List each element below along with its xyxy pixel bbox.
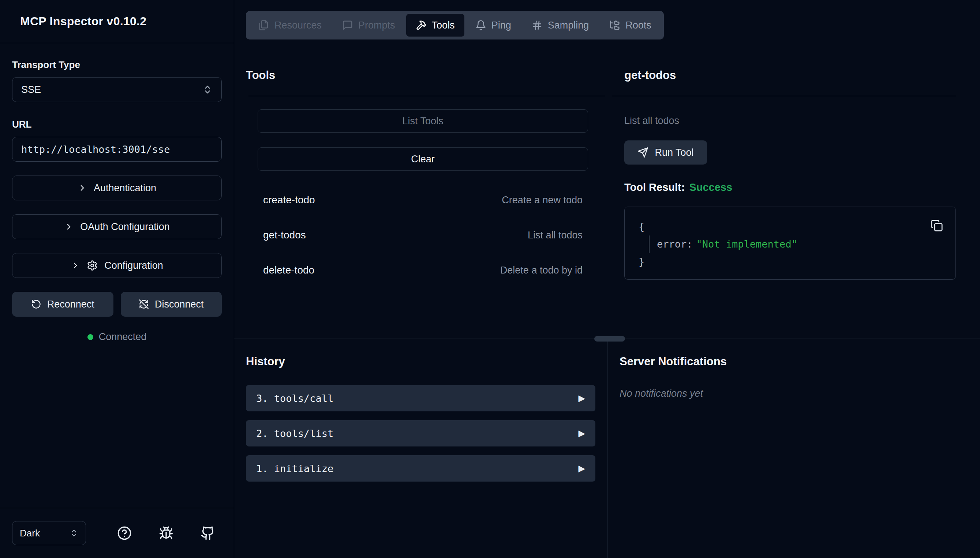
tab-tools[interactable]: Tools (406, 14, 464, 36)
hammer-icon (416, 20, 427, 31)
tool-result-code-block: { error: "Not implemented" } (624, 207, 956, 280)
caret-right-icon: ▶ (579, 428, 585, 438)
history-row-tools-list[interactable]: 2. tools/list ▶ (246, 420, 595, 446)
status-dot (87, 334, 93, 340)
tab-label: Tools (432, 20, 455, 31)
caret-right-icon: ▶ (579, 393, 585, 403)
chevron-right-icon (64, 222, 74, 231)
tab-prompts[interactable]: Prompts (333, 14, 405, 36)
history-heading: History (246, 355, 595, 368)
tab-bar: Resources Prompts Tools (246, 11, 664, 39)
message-square-icon (342, 20, 353, 31)
tab-roots[interactable]: Roots (600, 14, 661, 36)
tab-label: Ping (492, 20, 511, 31)
sidebar-body: Transport Type SSE URL http://localhost:… (0, 43, 234, 508)
list-tools-button[interactable]: List Tools (258, 109, 588, 133)
tool-result-label: Tool Result: (624, 181, 685, 193)
copy-button[interactable] (931, 219, 943, 232)
configuration-button[interactable]: Configuration (12, 253, 222, 278)
tab-ping[interactable]: Ping (466, 14, 521, 36)
bottom-panels: History 3. tools/call ▶ 2. tools/list ▶ … (234, 339, 980, 558)
mcp-inspector-app: MCP Inspector v0.10.2 Transport Type SSE… (0, 0, 980, 558)
chevrons-up-down-icon (69, 529, 78, 538)
tab-sampling[interactable]: Sampling (522, 14, 599, 36)
tab-label: Sampling (548, 20, 589, 31)
folder-tree-icon (609, 20, 620, 31)
server-notifications-panel: Server Notifications No notifications ye… (607, 339, 980, 558)
tools-list-panel: Tools List Tools Clear create-todo Creat… (234, 39, 607, 339)
tool-name: delete-todo (263, 264, 314, 276)
code-line-error: error: "Not implemented" (639, 235, 955, 253)
tool-result-status: Success (689, 181, 732, 193)
rotate-ccw-icon (31, 299, 41, 309)
caret-right-icon: ▶ (579, 463, 585, 474)
configuration-label: Configuration (104, 260, 163, 271)
code-line-close: } (639, 253, 955, 271)
tool-result-line: Tool Result:Success (624, 181, 956, 194)
reconnect-label: Reconnect (47, 299, 94, 310)
transport-type-select[interactable]: SSE (12, 77, 222, 102)
bell-icon (475, 20, 486, 31)
report-bug-button[interactable] (159, 526, 173, 540)
detail-divider (612, 96, 956, 96)
no-notifications-text: No notifications yet (620, 388, 980, 399)
tool-name: get-todos (263, 229, 306, 241)
send-icon (638, 147, 648, 158)
gear-icon (87, 260, 98, 271)
status-text: Connected (99, 331, 147, 343)
tool-row-get-todos[interactable]: get-todos List all todos (258, 218, 588, 253)
transport-type-value: SSE (21, 84, 41, 95)
code-close-brace: } (639, 253, 645, 271)
tool-row-create-todo[interactable]: create-todo Create a new todo (258, 182, 588, 218)
chevron-right-icon (71, 261, 80, 270)
tools-inner: List Tools Clear create-todo Create a ne… (246, 109, 589, 288)
reconnect-button[interactable]: Reconnect (12, 292, 113, 317)
files-icon (258, 20, 269, 31)
refresh-off-icon (139, 299, 149, 309)
connection-buttons: Reconnect Disconnect (12, 292, 222, 317)
history-entry-label: 1. initialize (256, 463, 333, 474)
clear-button[interactable]: Clear (258, 148, 588, 171)
github-button[interactable] (201, 526, 215, 540)
hash-icon (532, 20, 543, 31)
url-input[interactable]: http://localhost:3001/sse (12, 137, 222, 162)
tool-name: create-todo (263, 194, 315, 206)
code-line-open: { (639, 218, 955, 235)
tab-resources[interactable]: Resources (249, 14, 331, 36)
tool-description: Create a new todo (502, 195, 582, 206)
help-circle-icon (117, 526, 132, 540)
oauth-configuration-button[interactable]: OAuth Configuration (12, 214, 222, 239)
tool-row-delete-todo[interactable]: delete-todo Delete a todo by id (258, 253, 588, 288)
copy-icon (931, 219, 943, 232)
run-tool-label: Run Tool (654, 147, 694, 158)
tabbar-wrap: Resources Prompts Tools (234, 0, 980, 39)
tab-label: Prompts (358, 20, 395, 31)
tool-description: List all todos (528, 230, 582, 241)
disconnect-button[interactable]: Disconnect (121, 292, 222, 317)
authentication-button[interactable]: Authentication (12, 176, 222, 200)
url-label: URL (12, 119, 222, 130)
oauth-configuration-label: OAuth Configuration (80, 221, 170, 233)
indent-guide (649, 235, 649, 253)
disconnect-label: Disconnect (155, 299, 204, 310)
help-button[interactable] (117, 526, 132, 540)
panel-resize-handle[interactable] (594, 336, 625, 341)
run-tool-button[interactable]: Run Tool (624, 140, 707, 164)
tools-content-row: Tools List Tools Clear create-todo Creat… (234, 39, 980, 339)
tool-list: create-todo Create a new todo get-todos … (258, 182, 588, 288)
top-panels: Resources Prompts Tools (234, 0, 980, 339)
chevrons-up-down-icon (202, 84, 213, 95)
connection-status: Connected (12, 331, 222, 343)
history-entry-label: 3. tools/call (256, 393, 333, 404)
theme-select[interactable]: Dark (12, 521, 86, 545)
history-row-initialize[interactable]: 1. initialize ▶ (246, 455, 595, 482)
tools-heading: Tools (246, 69, 607, 82)
sidebar: MCP Inspector v0.10.2 Transport Type SSE… (0, 0, 234, 558)
tool-description: Delete a todo by id (500, 265, 582, 276)
history-entry-label: 2. tools/list (256, 428, 333, 439)
main-area: Resources Prompts Tools (234, 0, 980, 558)
selected-tool-heading: get-todos (624, 69, 956, 82)
history-row-tools-call[interactable]: 3. tools/call ▶ (246, 385, 595, 411)
server-notifications-heading: Server Notifications (620, 355, 980, 368)
chevron-right-icon (77, 183, 87, 193)
